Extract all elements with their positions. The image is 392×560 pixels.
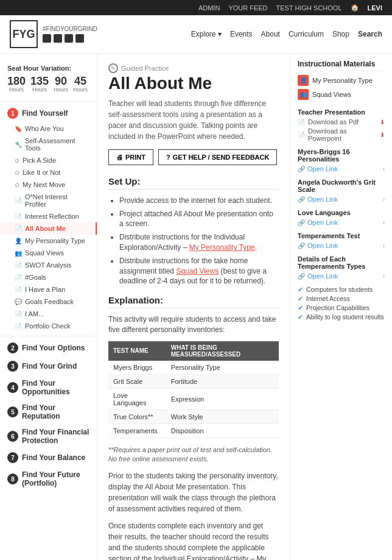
material-icon-0: 👤 xyxy=(298,75,309,86)
myers-briggs-link[interactable]: 🔗 Open Link › xyxy=(298,165,385,172)
myers-briggs-link-section: Myers-Briggs 16 Personalities 🔗 Open Lin… xyxy=(298,148,385,172)
sidebar-section-3-header[interactable]: 3 Find Your Grind xyxy=(0,357,97,375)
logo[interactable]: FYG xyxy=(10,20,38,48)
printer-icon: 🖨 xyxy=(116,154,123,161)
teacher-presentation-title: Teacher Presentation xyxy=(298,108,385,116)
setup-item-1: Project attached All About Me presentati… xyxy=(119,209,279,230)
link-icon-0: 🔗 xyxy=(298,166,305,172)
print-button[interactable]: 🖨 PRINT xyxy=(108,149,153,165)
page-description: Teacher will lead students through five … xyxy=(108,98,279,142)
section-num-8: 8 xyxy=(7,473,18,484)
table-cell-0-0: Myers Briggs xyxy=(108,361,166,375)
sidebar-section-1-header[interactable]: 1 Find Yourself xyxy=(0,104,97,122)
sidebar-item-next-move[interactable]: ⊙My Next Move xyxy=(0,179,97,191)
topbar-admin[interactable]: ADMIN xyxy=(198,4,220,12)
nav-shop[interactable]: Shop xyxy=(332,30,349,38)
seat-hour-90: 90 Hours xyxy=(54,76,68,93)
sidebar-section-7-header[interactable]: 7 Find Your Balance xyxy=(0,448,97,467)
table-cell-4-0: Temperaments xyxy=(108,424,166,438)
action-buttons: 🖨 PRINT ? GET HELP / SEND FEEDBACK xyxy=(108,149,279,165)
temperaments-test-link[interactable]: 🔗 Open Link › xyxy=(298,242,385,249)
sidebar-item-personality-type[interactable]: 👤My Personality Type xyxy=(0,235,97,247)
topbar-user-icon: 🏠 xyxy=(351,4,359,12)
temperaments-types-link[interactable]: 🔗 Open Link › xyxy=(298,272,385,280)
section-num-6: 6 xyxy=(7,431,18,442)
sidebar-item-pick-side[interactable]: ⊙Pick A Side xyxy=(0,154,97,166)
sidebar-section-5-header[interactable]: 5 Find Your Reputation xyxy=(0,400,97,424)
temperaments-test-title: Temperaments Test xyxy=(298,232,385,239)
nav-about[interactable]: About xyxy=(261,30,280,38)
body-wrap: Seat Hour Variation: 180 Hours 135 Hours… xyxy=(0,54,392,560)
nav-events[interactable]: Events xyxy=(230,30,253,38)
table-cell-0-1: Personality Type xyxy=(166,361,279,375)
main-header: FYG #FINDYOURGRIND Explore ▾ Events Abou… xyxy=(0,15,392,54)
feedback-icon: ? xyxy=(166,154,170,161)
sidebar-item-interest-reflection[interactable]: 📄Interest Reflection xyxy=(0,210,97,222)
sidebar-item-portfolio-check[interactable]: 📄Portfolio Check xyxy=(0,320,97,332)
page-title: All About Me xyxy=(108,74,279,93)
youtube-icon[interactable] xyxy=(75,34,84,43)
sidebar-item-onet[interactable]: 📄O*Net Interest Profiler xyxy=(0,191,97,210)
seat-hour-135: 135 Hours xyxy=(30,76,49,93)
topbar-user: LEVI xyxy=(368,4,382,12)
main-content: ✎ Guided Practice All About Me Teacher w… xyxy=(97,54,290,560)
sidebar-item-have-plan[interactable]: 📄I Have a Plan xyxy=(0,283,97,296)
temperaments-types-link-section: Details of Each Temperaments Types 🔗 Ope… xyxy=(298,255,385,280)
link-icon-2: 🔗 xyxy=(298,219,305,226)
sidebar-item-who-are-you[interactable]: 🔖Who Are You xyxy=(0,122,97,135)
section-num-5: 5 xyxy=(7,406,18,417)
section-num-4: 4 xyxy=(7,382,18,393)
link-arrow-0: › xyxy=(383,166,385,172)
topbar-feed[interactable]: YOUR FEED xyxy=(228,4,267,12)
feedback-button[interactable]: ? GET HELP / SEND FEEDBACK xyxy=(158,149,277,165)
main-nav: Explore ▾ Events About Curriculum Shop S… xyxy=(191,30,382,38)
body-para-1: Once students complete each inventory an… xyxy=(108,520,279,560)
nav-explore[interactable]: Explore ▾ xyxy=(191,30,222,38)
grit-scale-link[interactable]: 🔗 Open Link › xyxy=(298,196,385,203)
table-row: True Colors**Work Style xyxy=(108,409,279,424)
check-item-1: ✔Internet Access xyxy=(298,295,385,302)
table-row: TemperamentsDisposition xyxy=(108,424,279,438)
sidebar-item-i-am[interactable]: 📄I AM... xyxy=(0,308,97,320)
sidebar-section-4-header[interactable]: 4 Find Your Opportunities xyxy=(0,375,97,400)
love-languages-link[interactable]: 🔗 Open Link › xyxy=(298,219,385,226)
seat-hour-title: Seat Hour Variation: xyxy=(7,65,89,72)
table-cell-2-0: Love Languages xyxy=(108,388,166,409)
nav-search[interactable]: Search xyxy=(358,30,382,38)
sidebar-item-all-about-me[interactable]: 📄All About Me xyxy=(0,222,97,235)
topbar-school[interactable]: TEST HIGH SCHOOL xyxy=(276,4,342,12)
instagram-icon[interactable] xyxy=(54,34,62,43)
nav-curriculum[interactable]: Curriculum xyxy=(289,30,324,38)
temperaments-types-title: Details of Each Temperaments Types xyxy=(298,255,385,270)
section-num-2: 2 xyxy=(7,342,18,353)
sidebar-item-goals-feedback[interactable]: 💬Goals Feedback xyxy=(0,296,97,308)
setup-list: Provide access to the internet for each … xyxy=(108,196,279,286)
section-label-5: Find Your Reputation xyxy=(22,403,89,420)
temperaments-test-link-section: Temperaments Test 🔗 Open Link › xyxy=(298,232,385,249)
sidebar-item-self-assessment[interactable]: 🔧Self-Assessment Tools xyxy=(0,135,97,154)
section-num-1: 1 xyxy=(7,108,18,119)
guided-practice-icon: ✎ xyxy=(108,63,118,73)
sidebar-section-8-header[interactable]: 8 Find Your Future (Portfolio) xyxy=(0,467,97,491)
sidebar-section-1: 1 Find Yourself 🔖Who Are You 🔧Self-Asses… xyxy=(0,104,97,332)
sidebar-item-swot[interactable]: 📄SWOT Analysis xyxy=(0,259,97,271)
sidebar-section-6-header[interactable]: 6 Find Your Financial Protection xyxy=(0,424,97,448)
facebook-icon[interactable] xyxy=(43,34,51,43)
sidebar-item-like-not[interactable]: ⊙Like It or Not xyxy=(0,166,97,179)
sidebar-item-squad-views[interactable]: 👥Squad Views xyxy=(0,247,97,259)
download-pdf[interactable]: 📄 Download as Pdf ⬇ xyxy=(298,118,385,126)
seat-hour-section: Seat Hour Variation: 180 Hours 135 Hours… xyxy=(0,60,97,99)
material-icon-1: 👥 xyxy=(298,89,309,100)
section-label-3: Find Your Grind xyxy=(22,362,77,370)
twitter-icon[interactable] xyxy=(65,34,73,43)
download-ppt[interactable]: 📄 Download as Powerpoint ⬇ xyxy=(298,127,385,142)
material-squad-views[interactable]: 👥 Squad Views xyxy=(298,89,385,100)
table-cell-3-1: Work Style xyxy=(166,409,279,424)
sidebar-section-2-header[interactable]: 2 Find Your Options xyxy=(0,339,97,357)
sidebar-item-goals[interactable]: 📄#Goals xyxy=(0,271,97,283)
grit-scale-link-section: Angela Duckworth's Grit Scale 🔗 Open Lin… xyxy=(298,179,385,203)
section-label-6: Find Your Financial Protection xyxy=(22,428,89,445)
checklist-section: ✔Computers for students ✔Internet Access… xyxy=(298,286,385,321)
material-personality-type[interactable]: 👤 My Personality Type xyxy=(298,75,385,86)
table-row: Myers BriggsPersonality Type xyxy=(108,361,279,375)
